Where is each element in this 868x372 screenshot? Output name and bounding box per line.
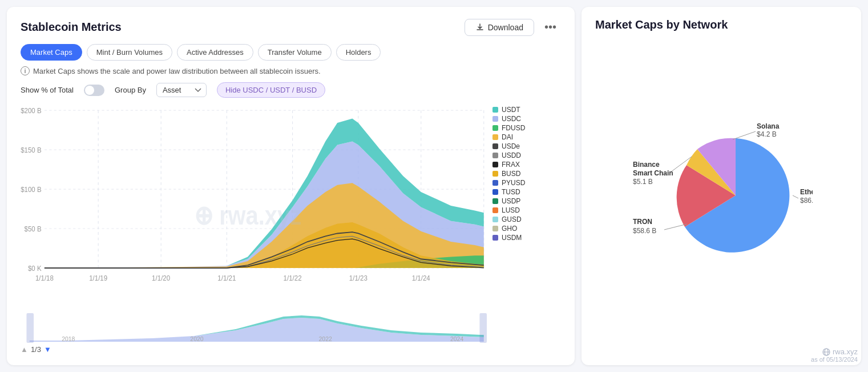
more-button[interactable]: ••• — [540, 18, 561, 36]
legend-color-busd — [492, 171, 498, 177]
legend-color-fdusd — [492, 125, 498, 131]
hide-usdc-btn[interactable]: Hide USDC / USDT / BUSD — [217, 82, 325, 98]
tron-leader-line — [664, 224, 687, 230]
tab-active-addresses[interactable]: Active Addresses — [177, 44, 253, 61]
tron-label-name: TRON — [633, 218, 652, 226]
tabs-row: Market Caps Mint / Burn Volumes Active A… — [21, 44, 561, 61]
legend-label-pyusd: PYUSD — [502, 179, 525, 187]
legend-label-usdm: USDM — [502, 234, 522, 242]
header-actions: Download ••• — [465, 18, 561, 36]
right-watermark: rwa.xyz as of 05/13/2024 — [811, 347, 858, 363]
tab-transfer-volume[interactable]: Transfer Volume — [258, 44, 332, 61]
legend-item-usdc: USDC — [492, 115, 561, 123]
legend-color-usdc — [492, 116, 498, 122]
legend-color-lusd — [492, 207, 498, 213]
svg-text:1/1/20: 1/1/20 — [152, 274, 170, 282]
page-title: Stablecoin Metrics — [21, 21, 122, 34]
ethereum-leader-line — [793, 195, 798, 198]
legend-label-usdt: USDT — [502, 106, 520, 114]
legend-item-usdt: USDT — [492, 106, 561, 114]
pie-chart-area: Solana $4.2 B Binance Smart Chain $5.1 B… — [595, 37, 847, 354]
legend-label-gusd: GUSD — [502, 215, 522, 223]
rwa-globe-icon — [822, 348, 830, 356]
svg-text:1/1/24: 1/1/24 — [412, 274, 430, 282]
mini-chart-wrapper: 2018 2020 2022 2024 — [21, 313, 487, 343]
page-down-icon[interactable]: ▼ — [44, 345, 51, 354]
page-number: 1/3 — [31, 345, 41, 354]
right-panel: Market Caps by Network Solana $4.2 B — [582, 7, 861, 365]
svg-text:2020: 2020 — [190, 336, 204, 342]
legend-color-tusd — [492, 189, 498, 195]
chart-svg-wrapper: $200 B $150 B $100 B $50 B $0 K — [21, 103, 487, 311]
legend-color-pyusd — [492, 180, 498, 186]
legend-item-fdusd: FDUSD — [492, 124, 561, 132]
legend-label-tusd: TUSD — [502, 188, 520, 196]
legend-label-fdusd: FDUSD — [502, 124, 525, 132]
bsc-label-value: $5.1 B — [633, 178, 653, 186]
solana-label-value: $4.2 B — [757, 130, 777, 138]
legend-color-usdm — [492, 235, 498, 241]
page-info: ▲ 1/3 ▼ — [21, 345, 51, 354]
legend-label-usdc: USDC — [502, 115, 521, 123]
legend-item-gho: GHO — [492, 225, 561, 233]
tab-market-caps[interactable]: Market Caps — [21, 44, 82, 61]
legend-item-dai: DAI — [492, 133, 561, 141]
solana-label-name: Solana — [757, 122, 780, 130]
show-pct-toggle[interactable] — [84, 85, 104, 96]
legend-item-busd: BUSD — [492, 170, 561, 178]
legend-label-lusd: LUSD — [502, 206, 520, 214]
download-button[interactable]: Download — [465, 19, 534, 36]
svg-text:$100 B: $100 B — [21, 185, 41, 194]
svg-text:1/1/23: 1/1/23 — [349, 274, 368, 282]
watermark-date: as of 05/13/2024 — [811, 356, 858, 363]
show-pct-label: Show % of Total — [21, 86, 74, 94]
chart-area: $200 B $150 B $100 B $50 B $0 K — [21, 103, 561, 354]
svg-text:2022: 2022 — [319, 336, 333, 342]
legend-item-tusd: TUSD — [492, 188, 561, 196]
header-row: Stablecoin Metrics Download ••• — [21, 18, 561, 36]
controls-row: Show % of Total Group By Asset Network H… — [21, 82, 561, 98]
download-icon — [475, 23, 485, 32]
legend-label-usde: USDe — [502, 142, 520, 150]
svg-text:1/1/22: 1/1/22 — [284, 274, 302, 282]
ethereum-label-value: $86.9 B — [800, 197, 813, 205]
main-panel: Stablecoin Metrics Download ••• Market C… — [7, 7, 575, 365]
legend-item-usdd: USDD — [492, 151, 561, 159]
legend-label-usdp: USDP — [502, 197, 520, 205]
legend-color-gho — [492, 226, 498, 231]
pie-chart-svg: Solana $4.2 B Binance Smart Chain $5.1 B… — [630, 110, 813, 281]
group-by-label: Group By — [115, 86, 146, 94]
legend-panel: USDT USDC FDUSD DAI USDe USDD — [487, 103, 561, 354]
legend-label-usdd: USDD — [502, 151, 521, 159]
legend-item-usdm: USDM — [492, 234, 561, 242]
svg-text:1/1/18: 1/1/18 — [35, 274, 54, 282]
legend-label-gho: GHO — [502, 225, 517, 233]
legend-color-usdt — [492, 107, 498, 113]
tab-holders[interactable]: Holders — [336, 44, 381, 61]
rwa-logo-text: rwa.xyz — [833, 347, 858, 356]
legend-color-usde — [492, 143, 498, 149]
legend-item-gusd: GUSD — [492, 215, 561, 223]
legend-label-busd: BUSD — [502, 170, 520, 178]
svg-text:1/1/19: 1/1/19 — [89, 274, 107, 282]
ethereum-label-name: Ethereum — [800, 188, 813, 196]
legend-color-usdd — [492, 153, 498, 158]
svg-text:1/1/21: 1/1/21 — [217, 274, 236, 282]
svg-text:$150 B: $150 B — [21, 146, 41, 154]
chart-container: $200 B $150 B $100 B $50 B $0 K — [21, 103, 487, 354]
bsc-label-name: Binance — [633, 161, 660, 169]
svg-text:$0 K: $0 K — [28, 264, 42, 273]
info-text: Market Caps shows the scale and power la… — [33, 67, 321, 75]
legend-label-dai: DAI — [502, 133, 513, 141]
right-panel-title: Market Caps by Network — [595, 18, 847, 31]
tab-mint-burn[interactable]: Mint / Burn Volumes — [87, 44, 172, 61]
info-row: i Market Caps shows the scale and power … — [21, 66, 561, 75]
legend-item-frax: FRAX — [492, 161, 561, 169]
page-up-icon[interactable]: ▲ — [21, 345, 28, 354]
group-by-select[interactable]: Asset Network — [156, 83, 207, 97]
rwa-logo: rwa.xyz — [822, 347, 858, 356]
legend-item-usde: USDe — [492, 142, 561, 150]
svg-text:2018: 2018 — [62, 336, 75, 342]
solana-leader-line — [733, 131, 756, 139]
legend-color-dai — [492, 134, 498, 140]
